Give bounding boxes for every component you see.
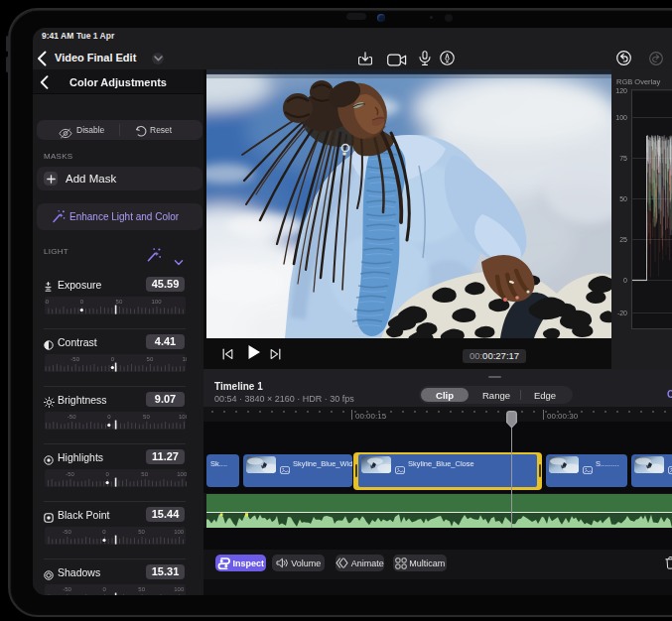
svg-text:0: 0 bbox=[107, 414, 111, 420]
svg-text:100: 100 bbox=[174, 586, 185, 592]
svg-text:0: 0 bbox=[623, 277, 627, 284]
svg-text:100: 100 bbox=[177, 471, 187, 477]
svg-text:100: 100 bbox=[174, 529, 185, 535]
svg-text:25: 25 bbox=[619, 236, 627, 243]
svg-text:-50: -50 bbox=[70, 356, 79, 362]
svg-text:100: 100 bbox=[615, 114, 627, 121]
svg-text:75: 75 bbox=[619, 155, 627, 162]
svg-text:-50: -50 bbox=[67, 414, 75, 420]
svg-text:50: 50 bbox=[138, 586, 145, 592]
svg-text:100: 100 bbox=[151, 299, 162, 305]
svg-text:-50: -50 bbox=[63, 529, 71, 535]
svg-text:-50: -50 bbox=[66, 471, 74, 477]
svg-text:100: 100 bbox=[179, 414, 187, 420]
svg-text:-50: -50 bbox=[45, 299, 50, 305]
svg-text:50: 50 bbox=[619, 195, 627, 202]
svg-text:0: 0 bbox=[102, 586, 106, 592]
svg-text:0: 0 bbox=[79, 299, 83, 305]
svg-text:50: 50 bbox=[146, 356, 153, 362]
svg-text:0: 0 bbox=[102, 529, 106, 535]
svg-text:0: 0 bbox=[110, 356, 114, 362]
svg-text:50: 50 bbox=[115, 299, 122, 305]
svg-text:50: 50 bbox=[138, 529, 145, 535]
svg-text:50: 50 bbox=[141, 471, 148, 477]
svg-text:50: 50 bbox=[143, 414, 150, 420]
svg-text:100: 100 bbox=[182, 356, 187, 362]
svg-text:120: 120 bbox=[615, 87, 627, 94]
svg-text:-50: -50 bbox=[63, 586, 71, 592]
svg-text:0: 0 bbox=[105, 471, 109, 477]
svg-text:-20: -20 bbox=[617, 310, 627, 316]
